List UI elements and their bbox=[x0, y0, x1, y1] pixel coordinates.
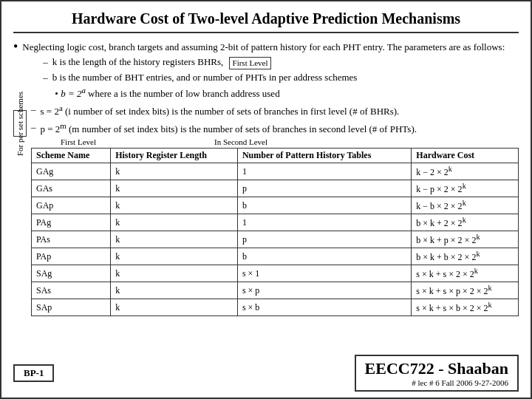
table-header-row: Scheme Name History Register Length Numb… bbox=[32, 149, 519, 163]
table-cell: k − b × 2 × 2k bbox=[412, 197, 519, 214]
table-cell: k bbox=[111, 214, 238, 231]
table-cell: p bbox=[237, 180, 411, 197]
table-cell: PAp bbox=[32, 248, 111, 265]
table-row: PApkbb × k + b × 2 × 2k bbox=[32, 248, 519, 265]
sub-bullet-1-text: k is the length of the history registers… bbox=[52, 55, 272, 69]
eecc-badge: EECC722 - Shaaban # lec # 6 Fall 2006 9-… bbox=[355, 355, 519, 392]
table-cell: GAs bbox=[32, 180, 111, 197]
table-labels: First Level In Second Level bbox=[31, 137, 519, 146]
table-cell: k bbox=[111, 299, 238, 316]
table-cell: b × k + 2 × 2k bbox=[412, 214, 519, 231]
bullet-dot: • bbox=[13, 39, 18, 55]
table-cell: GAg bbox=[32, 163, 111, 180]
table-cell: s × p bbox=[237, 282, 411, 299]
main-bullet-text: Neglecting logic cost, branch targets an… bbox=[22, 41, 505, 52]
table-row: SApks × bs × k + s × b × 2 × 2k bbox=[32, 299, 519, 316]
table-row: GAgk1k − 2 × 2k bbox=[32, 163, 519, 180]
table-cell: k − p × 2 × 2k bbox=[412, 180, 519, 197]
table-cell: s × k + s × b × 2 × 2k bbox=[412, 299, 519, 316]
table-cell: s × b bbox=[237, 299, 411, 316]
bp-badge: BP-1 bbox=[13, 364, 54, 382]
table-cell: k bbox=[111, 265, 238, 282]
table-cell: k bbox=[111, 248, 238, 265]
table-cell: SAg bbox=[32, 265, 111, 282]
table-cell: b bbox=[237, 197, 411, 214]
table-cell: PAs bbox=[32, 231, 111, 248]
table-cell: k bbox=[111, 231, 238, 248]
col-hardware-cost: Hardware Cost bbox=[412, 149, 519, 163]
table-cell: s × k + s × 2 × 2k bbox=[412, 265, 519, 282]
table-cell: s × 1 bbox=[237, 265, 411, 282]
table-cell: p bbox=[237, 231, 411, 248]
right-content: – s = 2a (i number of set index bits) is… bbox=[31, 103, 519, 316]
table-row: SAsks × ps × k + s × p × 2 × 2k bbox=[32, 282, 519, 299]
table-row: GApkbk − b × 2 × 2k bbox=[32, 197, 519, 214]
table-cell: b bbox=[237, 248, 411, 265]
footer: BP-1 EECC722 - Shaaban # lec # 6 Fall 20… bbox=[1, 355, 531, 392]
table-cell: SAp bbox=[32, 299, 111, 316]
table-cell: k bbox=[111, 163, 238, 180]
sub-bullet-1: – k is the length of the history registe… bbox=[43, 55, 505, 69]
table-row: SAgks × 1s × k + s × 2 × 2k bbox=[32, 265, 519, 282]
table-row: PAskpb × k + p × 2 × 2k bbox=[32, 231, 519, 248]
eecc-title: EECC722 - Shaaban bbox=[365, 359, 508, 378]
content-area: For per set schemes – s = 2a (i number o… bbox=[13, 103, 519, 316]
col-history-register: History Register Length bbox=[111, 149, 238, 163]
dash-2: – bbox=[43, 71, 48, 84]
table-cell: 1 bbox=[237, 163, 411, 180]
col-scheme-name: Scheme Name bbox=[32, 149, 111, 163]
slide: Hardware Cost of Two-level Adaptive Pred… bbox=[0, 0, 532, 399]
table-cell: b × k + p × 2 × 2k bbox=[412, 231, 519, 248]
eecc-subtitle: # lec # 6 Fall 2006 9-27-2006 bbox=[365, 378, 508, 387]
table-cell: k bbox=[111, 180, 238, 197]
dash-1: – bbox=[43, 55, 48, 69]
first-level-badge: First Level bbox=[229, 57, 272, 69]
sub-bullets: – k is the length of the history registe… bbox=[43, 55, 505, 100]
table-label-second: In Second Level bbox=[214, 137, 267, 146]
table-cell: PAg bbox=[32, 214, 111, 231]
slide-title: Hardware Cost of Two-level Adaptive Pred… bbox=[13, 10, 519, 33]
sub-bullet-2-text: b is the number of BHT entries, and or n… bbox=[52, 71, 358, 84]
table-cell: SAs bbox=[32, 282, 111, 299]
table-label-first: First Level bbox=[61, 137, 96, 146]
table-cell: 1 bbox=[237, 214, 411, 231]
hardware-cost-table: Scheme Name History Register Length Numb… bbox=[31, 148, 519, 316]
table-cell: GAp bbox=[32, 197, 111, 214]
fps-bullet-1: – s = 2a (i number of set index bits) is… bbox=[31, 103, 519, 119]
table-row: GAskpk − p × 2 × 2k bbox=[32, 180, 519, 197]
fps-bullet-2-text: p = 2m (m number of set index bits) is t… bbox=[41, 120, 417, 137]
fps-bullet-1-text: s = 2a (i number of set index bits) is t… bbox=[41, 103, 400, 119]
table-cell: b × k + b × 2 × 2k bbox=[412, 248, 519, 265]
table-cell: k bbox=[111, 197, 238, 214]
fps-bullet-2: – p = 2m (m number of set index bits) is… bbox=[31, 120, 519, 137]
table-cell: s × k + s × p × 2 × 2k bbox=[412, 282, 519, 299]
fps-dash-2: – bbox=[31, 120, 36, 134]
sub-bullet-2: – b is the number of BHT entries, and or… bbox=[43, 71, 505, 84]
fps-dash-1: – bbox=[31, 103, 36, 116]
for-per-set-label: For per set schemes bbox=[13, 110, 27, 137]
main-bullet: • Neglecting logic cost, branch targets … bbox=[13, 41, 519, 100]
for-per-set-bullets: – s = 2a (i number of set index bits) is… bbox=[31, 103, 519, 136]
table-cell: k − 2 × 2k bbox=[412, 163, 519, 180]
table-row: PAgk1b × k + 2 × 2k bbox=[32, 214, 519, 231]
col-num-pattern: Number of Pattern History Tables bbox=[237, 149, 411, 163]
table-cell: k bbox=[111, 282, 238, 299]
sub-sub-bullet: • b = 2a where a is the number of low br… bbox=[55, 86, 505, 100]
